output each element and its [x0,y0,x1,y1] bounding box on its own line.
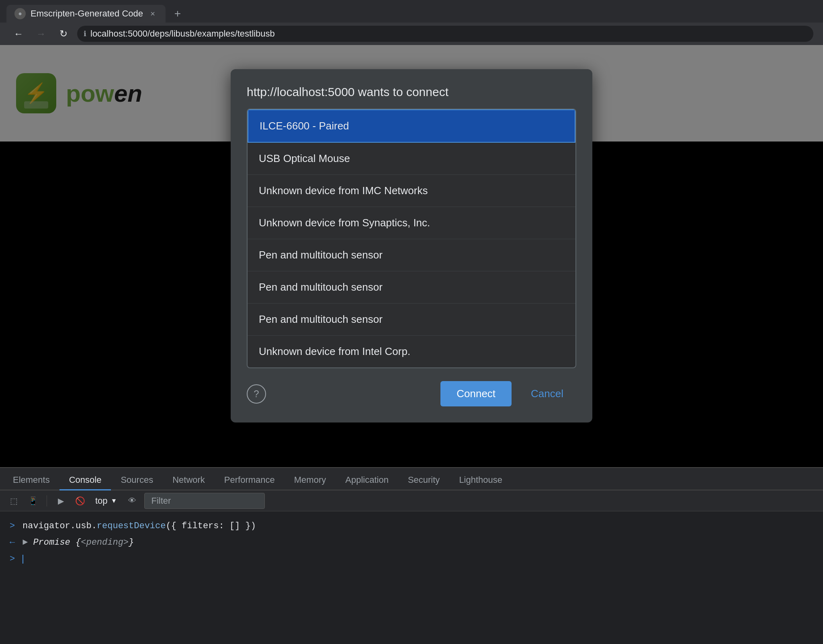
devtools-inspect-button[interactable]: ⬚ [6,494,21,508]
console-code-colon: : [] }) [219,521,256,531]
console-close-brace: } [129,537,134,548]
console-input-prompt-1: > [10,519,18,533]
console-code-args: ({ [166,521,182,531]
forward-button[interactable]: → [32,25,50,43]
console-promise-text: Promise { [33,537,81,548]
device-list-item[interactable]: ILCE-6600 - Paired [248,109,575,143]
device-list-item[interactable]: Unknown device from Intel Corp. [248,336,575,367]
devtools-tab-performance[interactable]: Performance [215,471,285,490]
console-filter-input[interactable] [144,493,265,509]
nav-bar: ← → ↻ ℹ localhost:5000/deps/libusb/examp… [0,23,823,45]
cancel-button[interactable]: Cancel [518,381,576,406]
devtools-device-button[interactable]: 📱 [26,494,40,508]
context-label: top [95,496,108,506]
devtools-toolbar: ⬚ 📱 ▶ 🚫 top ▼ 👁 [0,490,823,511]
console-code-1: navigator.usb.requestDevice({ filters: [… [23,519,256,533]
devtools-block-button[interactable]: 🚫 [73,494,87,508]
usb-connect-dialog: http://localhost:5000 wants to connect I… [231,69,592,422]
console-output-text: ► Promise {<pending>} [23,536,134,549]
device-list-item[interactable]: Pen and multitouch sensor [248,271,575,304]
browser-tab[interactable]: ● Emscripten-Generated Code × [6,5,166,23]
tab-favicon: ● [14,8,26,19]
device-list-item[interactable]: Unknown device from Synaptics, Inc. [248,207,575,239]
console-code-method: requestDevice [97,521,166,531]
console-code-filters-key: filters [182,521,219,531]
dialog-title: http://localhost:5000 wants to connect [247,85,576,99]
address-bar-url: localhost:5000/deps/libusb/examples/test… [90,29,275,39]
connect-button[interactable]: Connect [440,381,512,406]
new-tab-button[interactable]: + [169,5,186,23]
browser-chrome: ● Emscripten-Generated Code × + ← → ↻ ℹ … [0,0,823,45]
device-list-item[interactable]: Pen and multitouch sensor [248,304,575,336]
reload-button[interactable]: ↻ [55,25,72,43]
dialog-footer: ? Connect Cancel [247,381,576,406]
console-output-line-1: ← ► Promise {<pending>} [10,534,813,551]
dialog-overlay: http://localhost:5000 wants to connect I… [0,45,823,467]
tab-close-button[interactable]: × [148,9,158,18]
devtools-tab-lighthouse[interactable]: Lighthouse [449,471,512,490]
devtools-tab-memory[interactable]: Memory [285,471,336,490]
devtools-tab-network[interactable]: Network [163,471,215,490]
console-pending-text: <pending> [81,537,129,548]
context-dropdown-icon: ▼ [111,497,117,505]
devtools-tab-sources[interactable]: Sources [111,471,163,490]
device-list[interactable]: ILCE-6600 - PairedUSB Optical MouseUnkno… [247,109,576,368]
devtools-eye-button[interactable]: 👁 [125,494,139,508]
console-triangle: ► [23,537,28,548]
address-bar[interactable]: ℹ localhost:5000/deps/libusb/examples/te… [77,26,813,42]
console-code-nav: navigator.usb. [23,521,97,531]
devtools-tab-security[interactable]: Security [398,471,449,490]
devtools-tab-elements[interactable]: Elements [3,471,59,490]
console-content: > navigator.usb.requestDevice({ filters:… [0,511,823,644]
devtools-panel: ElementsConsoleSourcesNetworkPerformance… [0,467,823,644]
device-list-item[interactable]: USB Optical Mouse [248,143,575,175]
devtools-play-button[interactable]: ▶ [53,494,68,508]
console-active-input[interactable]: > [10,551,813,567]
devtools-separator-1 [47,495,47,507]
help-icon[interactable]: ? [247,384,266,404]
dialog-buttons: Connect Cancel [440,381,576,406]
devtools-tab-application[interactable]: Application [336,471,398,490]
devtools-tab-console[interactable]: Console [59,471,111,490]
context-selector[interactable]: top ▼ [92,494,120,508]
device-list-item[interactable]: Unknown device from IMC Networks [248,175,575,207]
back-button[interactable]: ← [10,25,27,43]
tab-bar: ● Emscripten-Generated Code × + [0,0,823,23]
console-cursor [23,555,23,564]
console-active-prompt: > [10,554,18,564]
console-input-line-1: > navigator.usb.requestDevice({ filters:… [10,518,813,534]
devtools-tabs: ElementsConsoleSourcesNetworkPerformance… [0,468,823,490]
console-output-arrow: ← [10,536,18,549]
device-list-item[interactable]: Pen and multitouch sensor [248,239,575,271]
address-bar-security-icon: ℹ [84,29,86,38]
tab-title: Emscripten-Generated Code [31,8,143,19]
